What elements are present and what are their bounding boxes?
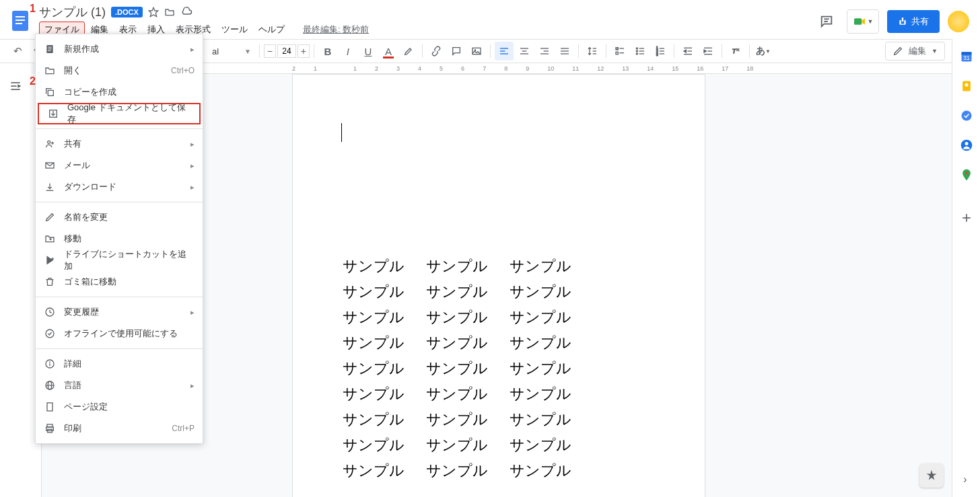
svg-point-11 [475,50,475,50]
link-button[interactable] [427,42,446,61]
svg-point-76 [50,362,50,362]
table-cell[interactable]: サンプル [426,254,508,278]
image-button[interactable] [467,42,486,61]
line-spacing-button[interactable] [583,42,602,61]
file-menu-Google ドキュメントとして保存[interactable]: Google ドキュメントとして保存 [38,103,201,124]
table-cell[interactable]: サンプル [426,459,508,483]
outline-toggle-icon[interactable] [9,79,22,95]
font-size-minus[interactable]: − [264,44,276,58]
file-menu-共有[interactable]: 共有▸ [36,133,203,155]
file-menu-新規作成[interactable]: 新規作成▸ [36,38,203,60]
share-button[interactable]: 共有 [887,10,940,33]
table-cell[interactable]: サンプル [426,356,508,381]
file-menu-移動[interactable]: 移動 [36,228,203,250]
table-cell[interactable]: サンプル [510,356,592,381]
table-cell[interactable]: サンプル [510,408,592,432]
text-color-button[interactable]: A [379,42,398,61]
document-page[interactable]: サンプルサンプルサンプルサンプルサンプルサンプルサンプルサンプルサンプルサンプル… [292,74,705,497]
table-cell[interactable]: サンプル [510,331,592,355]
numbered-list-button[interactable]: 123 [651,42,670,61]
user-avatar[interactable] [948,11,969,32]
table-cell[interactable]: サンプル [343,331,425,355]
side-app-maps-icon[interactable] [960,168,973,182]
meet-button[interactable]: ▼ [847,9,879,34]
indent-increase-button[interactable] [699,42,718,61]
side-panel-toggle[interactable]: › [957,471,973,488]
file-menu-コピーを作成[interactable]: コピーを作成 [36,81,203,103]
cloud-status-icon[interactable] [180,6,193,18]
table-cell[interactable]: サンプル [510,305,592,330]
table-cell[interactable]: サンプル [510,254,592,278]
side-app-keep-icon[interactable] [960,79,973,93]
side-app-tasks-icon[interactable] [960,109,973,122]
svg-point-32 [636,50,637,52]
table-cell[interactable]: サンプル [343,356,425,381]
bold-button[interactable]: B [318,42,337,61]
file-menu-ページ設定[interactable]: ページ設定 [36,396,203,418]
align-left-button[interactable] [495,42,514,61]
svg-rect-59 [48,48,51,49]
table-cell[interactable]: サンプル [510,459,592,483]
highlight-button[interactable] [399,42,418,61]
table-cell[interactable]: サンプル [510,433,592,457]
menu-ヘルプ[interactable]: ヘルプ [254,22,289,37]
table-cell[interactable]: サンプル [426,408,508,432]
table-cell[interactable]: サンプル [426,280,508,304]
table-cell[interactable]: サンプル [426,305,508,330]
file-menu-ダウンロード[interactable]: ダウンロード▸ [36,176,203,198]
undo-button[interactable]: ↶ [8,42,27,61]
italic-button[interactable]: I [339,42,357,61]
table-cell[interactable]: サンプル [426,433,508,457]
file-menu-詳細[interactable]: 詳細 [36,353,203,375]
table-cell[interactable]: サンプル [343,433,425,457]
table-cell[interactable]: サンプル [343,459,425,483]
table-cell[interactable]: サンプル [510,280,592,304]
checklist-button[interactable] [610,42,629,61]
font-size-plus[interactable]: + [298,44,310,58]
file-menu-変更履歴[interactable]: 変更履歴▸ [36,301,203,323]
side-app-calendar-icon[interactable]: 31 [960,50,973,63]
indent-decrease-button[interactable] [678,42,697,61]
align-justify-button[interactable] [555,42,574,61]
table-cell[interactable]: サンプル [343,408,425,432]
table-cell[interactable]: サンプル [343,305,425,330]
file-menu-名前を変更[interactable]: 名前を変更 [36,206,203,228]
explore-button[interactable] [919,463,944,488]
print-icon [44,423,56,434]
menu-ツール[interactable]: ツール [217,22,252,37]
file-menu-言語[interactable]: 言語▸ [36,375,203,396]
side-app-add-icon[interactable] [960,211,973,225]
font-family-select[interactable] [212,46,239,56]
file-menu-印刷[interactable]: 印刷Ctrl+P [36,418,203,439]
file-menu-ドライブにショートカットを追加[interactable]: ドライブにショートカットを追加 [36,250,203,271]
table-cell[interactable]: サンプル [426,331,508,355]
input-tools-button[interactable]: あ▼ [754,42,773,61]
doc-title[interactable]: サンプル (1) [39,4,106,20]
svg-rect-29 [616,52,618,54]
comments-history-icon[interactable] [814,9,839,34]
file-menu-開く[interactable]: 開くCtrl+O [36,60,203,81]
file-menu-メール[interactable]: メール▸ [36,155,203,176]
table-cell[interactable]: サンプル [343,382,425,406]
bullet-list-button[interactable] [631,42,650,61]
last-edit-link[interactable]: 最終編集: 数秒前 [303,24,369,36]
table-cell[interactable]: サンプル [426,382,508,406]
underline-button[interactable]: U [359,42,378,61]
align-center-button[interactable] [515,42,534,61]
clear-format-button[interactable]: T [726,42,745,61]
editing-mode-select[interactable]: 編集▼ [885,42,945,61]
docx-badge: .DOCX [111,7,143,17]
font-size-input[interactable] [277,44,296,58]
move-folder-icon[interactable] [164,7,175,17]
table-cell[interactable]: サンプル [343,280,425,304]
side-app-contacts-icon[interactable] [960,139,973,152]
file-menu-ゴミ箱に移動[interactable]: ゴミ箱に移動 [36,271,203,293]
align-right-button[interactable] [535,42,554,61]
svg-marker-8 [862,18,865,25]
comment-button[interactable] [447,42,466,61]
table-cell[interactable]: サンプル [343,254,425,278]
table-cell[interactable]: サンプル [510,382,592,406]
star-icon[interactable] [148,7,159,17]
document-content-table[interactable]: サンプルサンプルサンプルサンプルサンプルサンプルサンプルサンプルサンプルサンプル… [341,253,593,484]
file-menu-オフラインで使用可能にする[interactable]: オフラインで使用可能にする [36,323,203,344]
